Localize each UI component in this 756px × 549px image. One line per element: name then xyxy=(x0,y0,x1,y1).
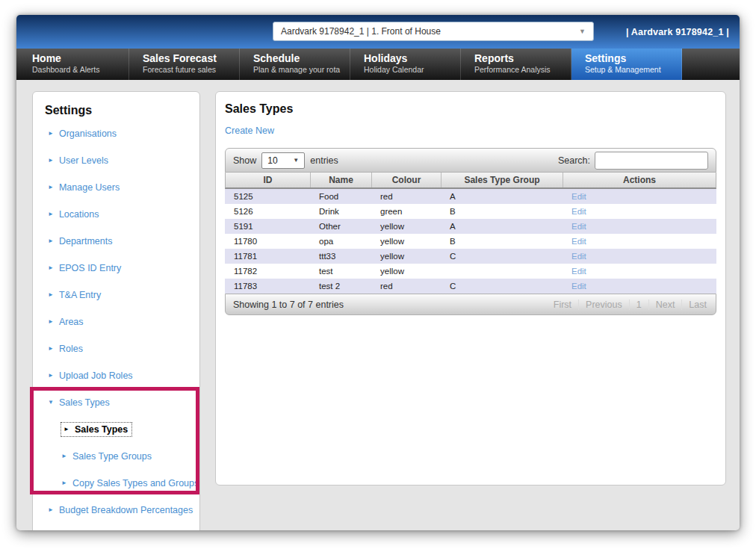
tab-schedule[interactable]: SchedulePlan & manage your rota xyxy=(240,49,350,80)
pagination: FirstPrevious1NextLast xyxy=(547,300,708,310)
edit-link[interactable]: Edit xyxy=(571,237,586,246)
cell-actions: Edit xyxy=(563,219,716,234)
expand-arrow-icon: ► xyxy=(48,211,54,217)
expand-arrow-icon: ► xyxy=(48,158,54,164)
edit-link[interactable]: Edit xyxy=(571,222,586,231)
search-input[interactable] xyxy=(595,152,708,170)
cell-colour: yellow xyxy=(371,264,441,279)
tab-settings[interactable]: SettingsSetup & Management xyxy=(571,49,682,80)
sidebar-item-organisations[interactable]: ►Organisations xyxy=(33,120,199,147)
table-body: 5125FoodredAEdit5126DrinkgreenBEdit5191O… xyxy=(225,189,716,294)
cell-actions: Edit xyxy=(563,189,716,204)
cell-group: B xyxy=(441,204,563,219)
table-row: 11781ttt33yellowCEdit xyxy=(225,249,716,264)
page-button-1[interactable]: 1 xyxy=(630,300,649,310)
sidebar-item-sales-type-groups-sub[interactable]: ►Sales Type Groups xyxy=(33,443,199,470)
sidebar-item-sales-types-sub[interactable]: ►Sales Types xyxy=(33,416,199,443)
cell-group xyxy=(441,264,563,279)
sidebar-item-inner: ▼Sales Types xyxy=(48,397,110,408)
edit-link[interactable]: Edit xyxy=(571,282,586,291)
sidebar-item-inner: ►Sales Types xyxy=(61,423,131,436)
sidebar-item-inner: ►Copy Sales Types and Groups xyxy=(61,478,199,488)
sidebar-item-inner: ►Organisations xyxy=(48,128,117,139)
cell-id: 5126 xyxy=(225,204,310,219)
cell-name: test xyxy=(310,264,371,279)
tab-sales-forecast[interactable]: Sales ForecastForecast future sales xyxy=(129,49,240,80)
column-header-name[interactable]: Name xyxy=(311,173,372,187)
edit-link[interactable]: Edit xyxy=(571,192,586,201)
sidebar-item-upload-job-roles[interactable]: ►Upload Job Roles xyxy=(33,362,199,389)
cell-name: opa xyxy=(310,234,371,249)
sidebar-item-manage-users[interactable]: ►Manage Users xyxy=(33,174,199,201)
column-header-sales-type-group[interactable]: Sales Type Group xyxy=(441,173,563,187)
expand-arrow-icon: ► xyxy=(48,184,54,190)
select-arrow-icon: ▼ xyxy=(293,157,299,164)
search-label: Search: xyxy=(558,155,590,166)
sidebar-item-label: Manage Users xyxy=(59,182,120,193)
tab-reports[interactable]: ReportsPerformance Analysis xyxy=(461,49,571,80)
page-button-previous[interactable]: Previous xyxy=(579,300,630,310)
cell-colour: yellow xyxy=(371,249,441,264)
sidebar-item-roles[interactable]: ►Roles xyxy=(33,335,199,362)
tab-title: Holidays xyxy=(364,52,460,64)
expand-arrow-icon: ► xyxy=(48,373,54,379)
sidebar-item-inner: ►Budget Breakdown Percentages xyxy=(48,505,193,515)
tab-subtitle: Setup & Management xyxy=(585,65,681,74)
edit-link[interactable]: Edit xyxy=(571,252,586,261)
expand-arrow-icon: ► xyxy=(61,453,67,459)
tab-subtitle: Holiday Calendar xyxy=(364,65,460,74)
page-length-control: Show 10 ▼ entries xyxy=(233,152,338,169)
column-header-colour[interactable]: Colour xyxy=(372,173,441,187)
sidebar-item-locations[interactable]: ►Locations xyxy=(33,201,199,228)
expand-arrow-icon: ► xyxy=(48,238,54,244)
sidebar-item-inner: ►User Levels xyxy=(48,155,108,166)
tab-home[interactable]: HomeDashboard & Alerts xyxy=(19,49,129,80)
table-row: 5125FoodredAEdit xyxy=(225,189,716,204)
sidebar-item-departments[interactable]: ►Departments xyxy=(33,228,199,255)
edit-link[interactable]: Edit xyxy=(571,207,586,216)
sidebar-item-inner: ►Roles xyxy=(48,344,83,354)
table-row: 11780opayellowBEdit xyxy=(225,234,716,249)
expand-arrow-icon: ► xyxy=(48,507,54,513)
content-area: Settings ►Organisations►User Levels►Mana… xyxy=(16,80,740,530)
column-header-actions[interactable]: Actions xyxy=(563,173,716,187)
edit-link[interactable]: Edit xyxy=(571,267,586,276)
tab-subtitle: Forecast future sales xyxy=(143,65,239,74)
table-header-row: IDNameColourSales Type GroupActions xyxy=(225,173,716,189)
tab-subtitle: Performance Analysis xyxy=(474,65,571,74)
sidebar-item-t-a-entry[interactable]: ►T&A Entry xyxy=(33,282,199,308)
page-button-last[interactable]: Last xyxy=(682,300,708,310)
sidebar-item-label: Departments xyxy=(59,236,113,246)
cell-name: Food xyxy=(310,189,371,204)
tab-title: Sales Forecast xyxy=(143,52,239,64)
sidebar-item-inner: ►Departments xyxy=(48,236,112,246)
table-row: 5191OtheryellowAEdit xyxy=(225,219,716,234)
page-title: Sales Types xyxy=(225,102,716,116)
column-header-id[interactable]: ID xyxy=(226,173,311,187)
sidebar-item-epos-id-entry[interactable]: ►EPOS ID Entry xyxy=(33,255,199,282)
tab-holidays[interactable]: HolidaysHoliday Calendar xyxy=(350,49,461,80)
sidebar-item-label: Locations xyxy=(59,209,99,220)
page-button-next[interactable]: Next xyxy=(649,300,683,310)
sidebar-item-inner: ►Upload Job Roles xyxy=(48,370,133,381)
sidebar-item-label: Roles xyxy=(59,344,83,354)
sidebar-item-user-levels[interactable]: ►User Levels xyxy=(33,147,199,174)
sidebar-item-areas[interactable]: ►Areas xyxy=(33,308,199,335)
table-row: 11783test 2redCEdit xyxy=(225,279,716,294)
sidebar-item-inner: ►EPOS ID Entry xyxy=(48,263,121,273)
page-button-first[interactable]: First xyxy=(547,300,579,310)
sidebar-item-budget-breakdown-percentages[interactable]: ►Budget Breakdown Percentages xyxy=(33,497,199,524)
location-selector[interactable]: Aardvark 9178942_1 | 1. Front of House ▼ xyxy=(273,22,594,41)
sales-types-table: Show 10 ▼ entries Search: IDNameCol xyxy=(225,148,716,315)
cell-colour: yellow xyxy=(371,234,441,249)
sidebar-item-sales-types[interactable]: ▼Sales Types xyxy=(33,389,199,416)
sidebar-item-copy-sales-types-and-groups-sub[interactable]: ►Copy Sales Types and Groups xyxy=(33,470,199,497)
app-window: Aardvark 9178942_1 | 1. Front of House ▼… xyxy=(16,15,740,530)
location-selector-value: Aardvark 9178942_1 | 1. Front of House xyxy=(281,26,441,37)
page-length-select[interactable]: 10 ▼ xyxy=(261,152,305,169)
cell-name: test 2 xyxy=(310,279,371,294)
cell-id: 5125 xyxy=(225,189,310,204)
sidebar-item-label: Copy Sales Types and Groups xyxy=(72,478,199,488)
create-new-link[interactable]: Create New xyxy=(225,125,274,136)
cell-colour: red xyxy=(371,279,441,294)
